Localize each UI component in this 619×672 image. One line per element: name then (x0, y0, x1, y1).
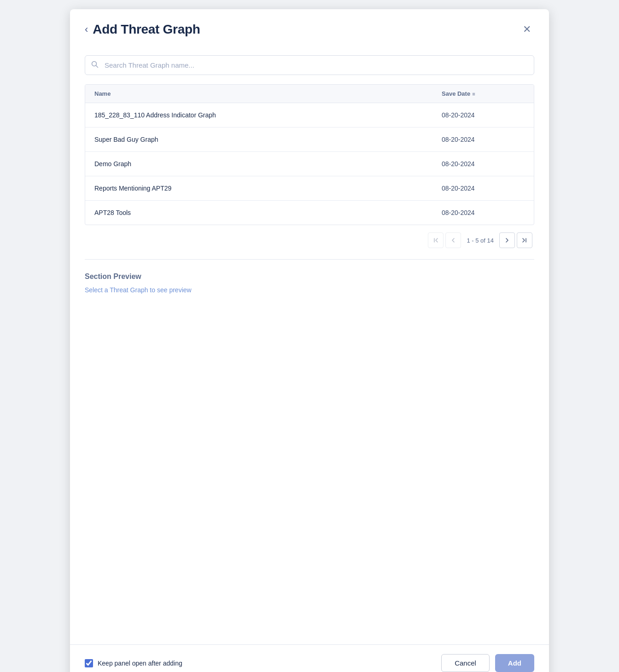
row-date: 08-20-2024 (442, 209, 525, 216)
footer-buttons: Cancel Add (441, 654, 534, 672)
table-row[interactable]: Demo Graph 08-20-2024 (85, 152, 534, 176)
page-title: Add Threat Graph (93, 22, 200, 37)
modal-footer: Keep panel open after adding Cancel Add (70, 644, 549, 672)
row-date: 08-20-2024 (442, 136, 525, 143)
col-date-header: Save Date ≡ (442, 90, 525, 97)
row-date: 08-20-2024 (442, 160, 525, 168)
keep-open-checkbox[interactable] (85, 659, 93, 667)
row-date: 08-20-2024 (442, 111, 525, 119)
col-name-header: Name (94, 90, 442, 97)
divider (85, 259, 534, 260)
pagination-next-button[interactable] (499, 232, 515, 248)
sort-icon: ≡ (472, 91, 475, 97)
threat-graph-table: Name Save Date ≡ 185_228_83_110 Address … (85, 84, 534, 225)
search-container (85, 55, 534, 75)
row-name: Super Bad Guy Graph (94, 136, 442, 143)
section-preview: Section Preview Select a Threat Graph to… (85, 263, 534, 294)
modal-header: ‹ Add Threat Graph ✕ (70, 9, 549, 46)
add-threat-graph-modal: ‹ Add Threat Graph ✕ Name Save Date ≡ (70, 9, 549, 672)
row-name: 185_228_83_110 Address Indicator Graph (94, 111, 442, 119)
row-date: 08-20-2024 (442, 185, 525, 192)
pagination-prev-button[interactable] (445, 232, 461, 248)
search-input[interactable] (85, 55, 534, 75)
table-row[interactable]: Reports Mentioning APT29 08-20-2024 (85, 176, 534, 201)
cancel-button[interactable]: Cancel (441, 654, 490, 672)
row-name: Demo Graph (94, 160, 442, 168)
pagination-info: 1 - 5 of 14 (463, 237, 497, 244)
row-name: APT28 Tools (94, 209, 442, 216)
add-button[interactable]: Add (495, 654, 534, 672)
header-left: ‹ Add Threat Graph (85, 22, 200, 37)
pagination: 1 - 5 of 14 (85, 225, 534, 255)
preview-empty-text: Select a Threat Graph to see preview (85, 286, 534, 294)
keep-open-label[interactable]: Keep panel open after adding (85, 659, 182, 667)
pagination-first-button[interactable] (428, 232, 444, 248)
back-button[interactable]: ‹ (85, 24, 88, 35)
table-header: Name Save Date ≡ (85, 85, 534, 103)
close-button[interactable]: ✕ (520, 22, 534, 37)
pagination-last-button[interactable] (517, 232, 532, 248)
modal-body: Name Save Date ≡ 185_228_83_110 Address … (70, 46, 549, 644)
table-row[interactable]: Super Bad Guy Graph 08-20-2024 (85, 127, 534, 152)
table-row[interactable]: 185_228_83_110 Address Indicator Graph 0… (85, 103, 534, 127)
row-name: Reports Mentioning APT29 (94, 185, 442, 192)
table-row[interactable]: APT28 Tools 08-20-2024 (85, 201, 534, 225)
section-preview-title: Section Preview (85, 272, 534, 281)
